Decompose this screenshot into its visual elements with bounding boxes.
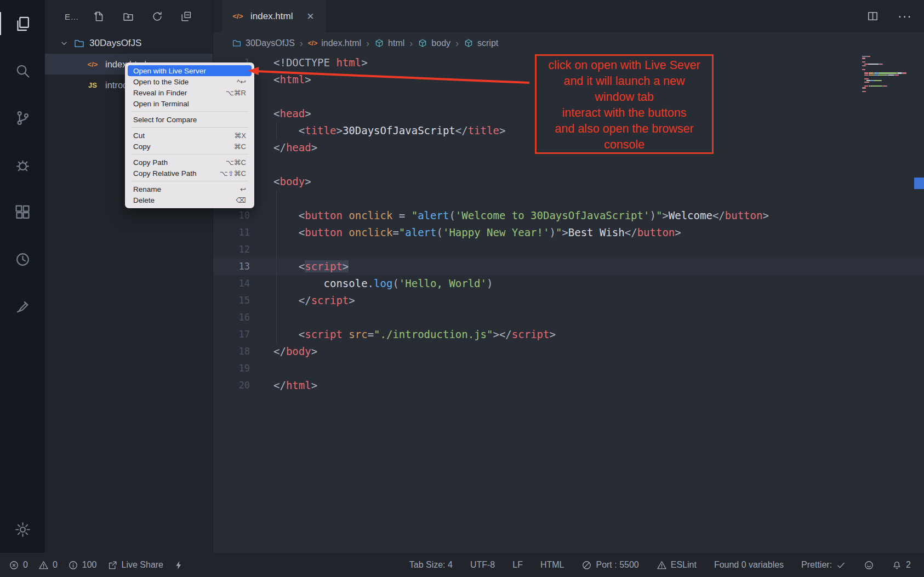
status-found-0-variables[interactable]: Found 0 variables: [714, 560, 784, 570]
source-control-icon: [14, 110, 31, 127]
status-label: 100: [82, 560, 97, 570]
breadcrumb-label: 30DaysOfJS: [246, 38, 295, 48]
status-2[interactable]: 2: [892, 560, 911, 570]
lightning-icon: [174, 560, 184, 570]
breadcrumb-label: index.html: [321, 38, 361, 48]
status-eslint[interactable]: ESLint: [657, 560, 697, 570]
menu-item-copy[interactable]: Copy⌘C: [128, 141, 252, 152]
split-editor-icon[interactable]: [866, 10, 879, 22]
status-smiley[interactable]: [864, 560, 874, 570]
activitybar-files-button[interactable]: [0, 0, 45, 47]
activitybar-gear-button[interactable]: [0, 506, 45, 553]
status-prettier[interactable]: Prettier:: [801, 560, 846, 570]
folder-icon: [232, 38, 242, 48]
collapse-all-icon[interactable]: [180, 10, 192, 22]
refresh-icon[interactable]: [151, 10, 163, 22]
js-icon: JS: [85, 81, 100, 89]
close-icon[interactable]: ×: [304, 10, 317, 23]
code-line-15[interactable]: 15 </script>: [213, 292, 924, 309]
tree-root-folder[interactable]: 30DaysOfJS: [45, 33, 213, 54]
breadcrumb-separator: ›: [409, 38, 413, 49]
search-icon: [14, 62, 31, 79]
menu-item-shortcut: ⌥⌘R: [226, 89, 246, 97]
more-actions-icon[interactable]: ···: [898, 9, 912, 24]
menu-item-copy-path[interactable]: Copy Path⌥⌘C: [128, 157, 252, 168]
menu-item-label: Open with Live Server: [133, 67, 206, 75]
status-0[interactable]: 0: [38, 560, 58, 570]
menu-item-label: Delete: [133, 196, 155, 204]
status-lightning[interactable]: [174, 560, 184, 570]
breadcrumb: 30DaysOfJS›</>index.html›html›body›scrip…: [213, 32, 924, 54]
line-number: 16: [213, 309, 250, 326]
menu-item-open-in-terminal[interactable]: Open in Terminal: [128, 98, 252, 109]
folder-icon: [73, 38, 85, 49]
activitybar-search-button[interactable]: [0, 47, 45, 94]
code-line-12[interactable]: 12: [213, 241, 924, 258]
code-icon: </>: [231, 12, 245, 20]
breadcrumb-30daysofjs[interactable]: 30DaysOfJS: [232, 38, 295, 48]
status-100[interactable]: 100: [68, 560, 97, 570]
activitybar-source-control-button[interactable]: [0, 94, 45, 141]
menu-item-shortcut: ⌫: [236, 196, 246, 204]
code-line-14[interactable]: 14 console.log('Hello, World'): [213, 275, 924, 292]
menu-separator: [131, 154, 248, 155]
code-line-11[interactable]: 11 <button onclick="alert('Happy New Yea…: [213, 224, 924, 241]
menu-item-delete[interactable]: Delete⌫: [128, 195, 252, 205]
activitybar-debug-button[interactable]: [0, 141, 45, 188]
menu-item-label: Cut: [133, 132, 145, 140]
line-number: 19: [213, 360, 250, 377]
activitybar-history-button[interactable]: [0, 236, 45, 283]
editor-actions: ···: [866, 0, 924, 32]
menu-item-copy-relative-path[interactable]: Copy Relative Path⌥⇧⌘C: [128, 168, 252, 179]
status-0[interactable]: 0: [9, 560, 28, 570]
bell-icon: [892, 560, 902, 570]
pen-icon: [14, 298, 31, 315]
status-utf-8[interactable]: UTF-8: [470, 560, 495, 570]
line-number: 15: [213, 292, 250, 309]
menu-item-reveal-in-finder[interactable]: Reveal in Finder⌥⌘R: [128, 87, 252, 98]
status-port-5500[interactable]: Port : 5500: [581, 560, 638, 570]
breadcrumb-index-html[interactable]: </>index.html: [308, 38, 361, 48]
breadcrumb-label: body: [431, 38, 450, 48]
menu-item-open-to-the-side[interactable]: Open to the Side^↩: [128, 76, 252, 87]
status-lf[interactable]: LF: [512, 560, 523, 570]
breadcrumb-separator: ›: [366, 38, 369, 49]
activitybar-extensions-button[interactable]: [0, 188, 45, 236]
breadcrumb-html[interactable]: html: [374, 38, 404, 48]
status-tab-size-4[interactable]: Tab Size: 4: [409, 560, 453, 570]
status-html[interactable]: HTML: [540, 560, 564, 570]
new-folder-icon[interactable]: [122, 10, 134, 22]
menu-item-open-with-live-server[interactable]: Open with Live Server: [128, 65, 252, 76]
code-line-10[interactable]: 10 <button onclick = "alert('Welcome to …: [213, 207, 924, 224]
menu-item-cut[interactable]: Cut⌘X: [128, 130, 252, 141]
code-line-9[interactable]: 9: [213, 190, 924, 207]
code-line-18[interactable]: 18</body>: [213, 343, 924, 360]
menu-item-label: Reveal in Finder: [133, 89, 187, 97]
menu-item-select-for-compare[interactable]: Select for Compare: [128, 114, 252, 125]
share-icon: [107, 560, 118, 570]
code-line-7[interactable]: 7: [213, 156, 924, 173]
code-line-17[interactable]: 17 <script src="./introduction.js"></scr…: [213, 326, 924, 343]
code-line-16[interactable]: 16: [213, 309, 924, 326]
status-label: HTML: [540, 560, 564, 570]
status-label: 2: [906, 560, 911, 570]
minimap[interactable]: [862, 54, 910, 93]
tab-index-html[interactable]: </> index.html ×: [222, 0, 326, 32]
status-label: LF: [512, 560, 523, 570]
indent-guide: [276, 275, 277, 292]
new-file-icon[interactable]: [93, 10, 105, 22]
code-line-19[interactable]: 19: [213, 360, 924, 377]
breadcrumb-script[interactable]: script: [464, 38, 498, 48]
menu-item-shortcut: ⌘C: [234, 142, 246, 151]
menu-item-shortcut: ↩: [240, 185, 246, 193]
code-line-8[interactable]: 8<body>: [213, 173, 924, 190]
menu-item-rename[interactable]: Rename↩: [128, 184, 252, 195]
context-menu: Open with Live ServerOpen to the Side^↩R…: [125, 62, 254, 208]
breadcrumb-body[interactable]: body: [418, 38, 450, 48]
status-label: 0: [53, 560, 58, 570]
code-line-20[interactable]: 20</html>: [213, 377, 924, 394]
status-live-share[interactable]: Live Share: [107, 560, 164, 570]
activitybar-pen-button[interactable]: [0, 283, 45, 330]
code-line-13[interactable]: 13 <script>: [213, 258, 924, 275]
cube-icon: [374, 38, 384, 48]
